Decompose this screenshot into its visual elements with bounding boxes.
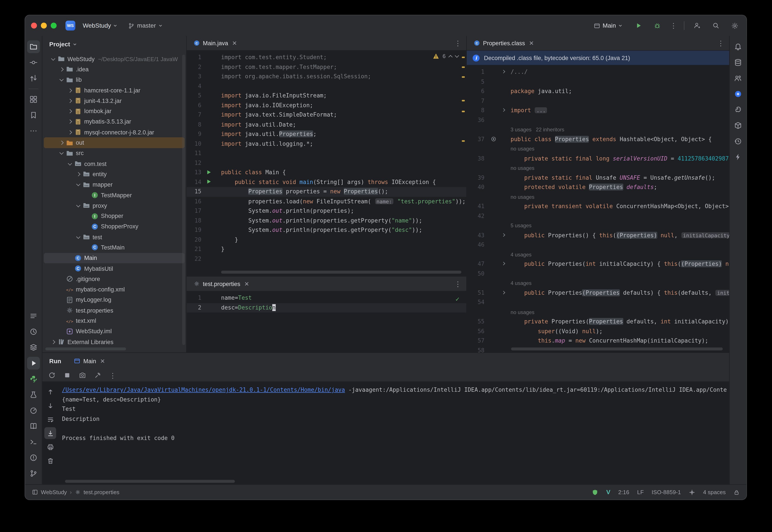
services-icon[interactable] — [27, 341, 40, 354]
console-link[interactable]: /Users/eve/Library/Java/JavaVirtualMachi… — [62, 386, 345, 393]
code-line[interactable]: 1name=Test — [187, 293, 466, 303]
line-number[interactable]: 43 — [467, 231, 487, 240]
project-widget[interactable]: WebStudy — [79, 20, 121, 31]
tree-item-webstudy[interactable]: WebStudy~/Desktop/CS/JavaEE/1 JavaW — [44, 54, 184, 64]
properties-class-code[interactable]: 1/.../56package java.util;78import ...36… — [467, 65, 729, 352]
tree-item--gitignore[interactable]: .gitignore — [44, 274, 184, 284]
tree-item-mapper[interactable]: mapper — [44, 179, 184, 190]
line-number[interactable]: 11 — [187, 149, 203, 158]
line-number[interactable]: 47 — [467, 259, 487, 269]
run-button[interactable] — [633, 20, 645, 32]
code-line[interactable]: 8import java.util.Date; — [187, 120, 466, 129]
tree-item-entity[interactable]: entity — [44, 169, 184, 179]
more-actions-button[interactable]: ⋮ — [670, 22, 677, 30]
code-vision-line[interactable]: 5 usages — [467, 221, 729, 231]
beaker-icon[interactable] — [27, 388, 40, 401]
close-icon[interactable]: ✕ — [232, 40, 237, 47]
structure-icon[interactable] — [27, 93, 40, 106]
editor-options-button[interactable]: ⋮ — [717, 39, 724, 47]
fold-gutter-icon[interactable] — [487, 288, 511, 298]
line-number[interactable]: 41 — [467, 202, 487, 211]
more-icon[interactable] — [27, 124, 40, 137]
line-number[interactable]: 9 — [187, 129, 203, 139]
code-line[interactable]: 57 this.map = new ConcurrentHashMap(init… — [467, 336, 729, 346]
console-output[interactable]: /Users/eve/Library/Java/JavaVirtualMachi… — [58, 382, 729, 484]
code-line[interactable]: 6import java.io.IOException; — [187, 101, 466, 110]
stop-icon[interactable] — [64, 371, 71, 379]
close-window-button[interactable] — [31, 23, 37, 28]
chevron-right-icon[interactable] — [58, 141, 65, 144]
line-number[interactable]: 6 — [467, 87, 487, 96]
thread-dump-icon[interactable] — [79, 371, 86, 379]
code-line[interactable]: 19 System.out.println(properties.getProp… — [187, 225, 466, 235]
vcs-update-icon[interactable] — [27, 72, 40, 85]
tree-item-shopperproxy[interactable]: CShopperProxy — [44, 221, 184, 232]
code-line[interactable]: 38 private static final long serialVersi… — [467, 154, 729, 163]
rerun-icon[interactable] — [48, 371, 56, 379]
chevron-down-icon[interactable] — [58, 79, 65, 81]
code-line[interactable]: 21} — [187, 245, 466, 254]
line-number[interactable]: 10 — [187, 139, 203, 149]
tree-item-webstudy-iml[interactable]: WebStudy.iml — [44, 326, 184, 337]
line-number[interactable]: 38 — [467, 154, 487, 163]
tree-item-mybatisutil[interactable]: CMybatisUtil — [44, 263, 184, 274]
pending-icon[interactable] — [27, 325, 40, 338]
editor-options-button[interactable]: ⋮ — [455, 280, 462, 288]
tree-item-main[interactable]: CMain — [44, 253, 184, 263]
run-tab-main[interactable]: Main ✕ — [72, 354, 107, 368]
code-line[interactable]: 18 System.out.println(properties.getProp… — [187, 216, 466, 225]
code-line[interactable]: 54 — [467, 298, 729, 307]
tree-item-text-xml[interactable]: </>text.xml — [44, 316, 184, 326]
code-line[interactable]: 40 protected volatile Properties default… — [467, 182, 729, 192]
tree-item-external-libraries[interactable]: External Libraries — [44, 337, 184, 347]
lock-icon[interactable] — [734, 489, 740, 495]
run-gutter-icon[interactable] — [203, 177, 221, 187]
code-line[interactable]: 14 public static void main(String[] args… — [187, 177, 466, 187]
code-line[interactable]: 22 — [187, 254, 466, 264]
line-number[interactable]: 13 — [187, 168, 203, 177]
line-number[interactable]: 17 — [187, 206, 203, 216]
tree-item-lombok-jar[interactable]: lombok.jar — [44, 106, 184, 117]
previous-problem-icon[interactable] — [449, 55, 453, 59]
warning-stripe-mark[interactable] — [462, 76, 465, 78]
chevron-down-icon[interactable] — [58, 152, 65, 154]
line-number[interactable]: 58 — [467, 346, 487, 353]
tree-item-testmapper[interactable]: ITestMapper — [44, 190, 184, 200]
code-line[interactable]: 5import java.io.FileInputStream; — [187, 91, 466, 101]
version-control-icon[interactable] — [27, 467, 40, 480]
code-line[interactable]: 55 private Properties(Properties default… — [467, 317, 729, 326]
line-number[interactable]: 1 — [187, 53, 203, 62]
fold-gutter-icon[interactable] — [487, 67, 511, 77]
tree-item-out[interactable]: out — [44, 137, 184, 148]
terminal-icon[interactable] — [27, 436, 40, 448]
tool-window-icon[interactable] — [32, 489, 38, 495]
run-icon[interactable] — [27, 357, 40, 370]
close-icon[interactable]: ✕ — [529, 40, 534, 47]
code-line[interactable]: 11 — [187, 149, 466, 158]
line-number[interactable]: 7 — [467, 96, 487, 106]
code-line[interactable]: 46 — [467, 240, 729, 250]
chevron-down-icon[interactable] — [66, 163, 74, 165]
profiler-icon[interactable] — [27, 404, 40, 417]
zoom-window-button[interactable] — [51, 23, 57, 28]
down-stack-trace-button[interactable] — [44, 400, 56, 411]
horizontal-scrollbar[interactable] — [511, 348, 723, 351]
tree-item-junit-4-13-2-jar[interactable]: junit-4.13.2.jar — [44, 95, 184, 106]
line-number[interactable]: 8 — [467, 106, 487, 115]
code-line[interactable]: 4 — [187, 81, 466, 91]
code-line[interactable]: 1import com.test.entity.Student; — [187, 53, 466, 62]
encoding-widget[interactable]: ISO-8859-1 — [652, 489, 681, 495]
line-number[interactable]: 20 — [187, 235, 203, 244]
tree-item-shopper[interactable]: IShopper — [44, 211, 184, 221]
code-vision-line[interactable]: no usages — [467, 307, 729, 317]
line-number[interactable]: 18 — [187, 216, 203, 225]
line-number[interactable]: 51 — [467, 288, 487, 298]
line-number[interactable]: 8 — [187, 120, 203, 129]
history-icon[interactable] — [732, 135, 744, 148]
warning-stripe-mark[interactable] — [462, 100, 465, 101]
code-line[interactable]: 42 — [467, 211, 729, 221]
code-line[interactable]: 13public class Main { — [187, 168, 466, 177]
line-number[interactable]: 19 — [187, 225, 203, 235]
chevron-right-icon[interactable] — [66, 99, 74, 102]
dependencies-icon[interactable] — [732, 119, 744, 132]
